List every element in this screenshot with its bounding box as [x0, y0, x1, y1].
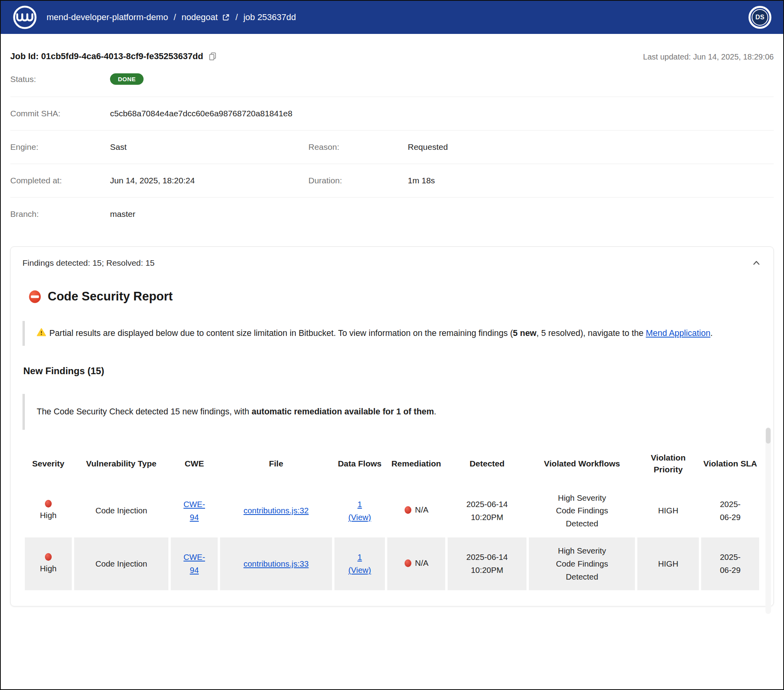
- table-scrollbar-track[interactable]: [765, 427, 771, 614]
- table-scrollbar-thumb[interactable]: [766, 428, 771, 444]
- note-text-pre: The Code Security Check detected 15 new …: [37, 407, 252, 416]
- job-details-section: Job Id: 01cb5fd9-4ca6-4013-8cf9-fe352536…: [1, 51, 783, 231]
- findings-table: Severity Vulnerability Type CWE File Dat…: [22, 446, 762, 591]
- table-header-row: Severity Vulnerability Type CWE File Dat…: [25, 446, 759, 485]
- status-label: Status:: [10, 75, 110, 84]
- col-cwe: CWE: [171, 446, 218, 485]
- file-link[interactable]: contributions.js:33: [243, 559, 308, 568]
- breadcrumb-job[interactable]: job 253637dd: [243, 12, 296, 22]
- col-detected: Detected: [448, 446, 526, 485]
- breadcrumb-project[interactable]: mend-developer-platform-demo: [47, 12, 168, 22]
- col-violation-sla: Violation SLA: [701, 446, 759, 485]
- cwe-link[interactable]: CWE-94: [183, 498, 205, 524]
- warning-text-mid: , 5 resolved), navigate to the: [536, 328, 646, 338]
- job-id-line: Job Id: 01cb5fd9-4ca6-4013-8cf9-fe352536…: [10, 51, 217, 62]
- breadcrumb-separator: /: [174, 12, 176, 22]
- warning-icon: [37, 328, 46, 337]
- warning-text-post: .: [710, 328, 713, 338]
- reason-value: Requested: [408, 142, 774, 152]
- remediation-cell: N/A: [404, 504, 428, 517]
- breadcrumb: mend-developer-platform-demo / nodegoat …: [47, 12, 296, 22]
- col-vulnerability-type: Vulnerability Type: [74, 446, 168, 485]
- report-body: Code Security Report Partial results are…: [11, 289, 773, 606]
- violated-workflows-cell: High Severity Code Findings Detected: [555, 545, 609, 583]
- warning-text-pre: Partial results are displayed below due …: [49, 328, 513, 338]
- commit-sha-label: Commit SHA:: [10, 109, 110, 118]
- red-circle-icon: [404, 559, 412, 567]
- breadcrumb-repo-label: nodegoat: [181, 12, 218, 22]
- data-flows-link[interactable]: 1 (View): [348, 551, 371, 577]
- copy-icon[interactable]: [208, 52, 217, 61]
- violation-sla-cell: 2025-06-29: [717, 498, 743, 524]
- branch-label: Branch:: [10, 209, 110, 219]
- breadcrumb-repo[interactable]: nodegoat: [181, 12, 230, 22]
- status-badge: DONE: [110, 73, 144, 85]
- detected-cell: 2025-06-14 10:20PM: [448, 537, 526, 590]
- commit-row: Commit SHA: c5cb68a7084e4ae7dcc60e6a9876…: [10, 97, 774, 130]
- violation-priority-cell: HIGH: [637, 537, 699, 590]
- engine-value: Sast: [110, 142, 308, 152]
- violation-priority-cell: HIGH: [637, 485, 699, 537]
- col-file: File: [220, 446, 332, 485]
- engine-label: Engine:: [10, 142, 110, 152]
- mend-logo-icon[interactable]: [13, 5, 37, 30]
- completed-at-value: Jun 14, 2025, 18:20:24: [110, 176, 308, 185]
- chevron-up-icon[interactable]: [751, 258, 762, 268]
- report-title: Code Security Report: [28, 289, 762, 304]
- breadcrumb-separator: /: [235, 12, 238, 22]
- warning-text-bold: 5 new: [513, 328, 537, 338]
- top-navbar: mend-developer-platform-demo / nodegoat …: [1, 1, 783, 34]
- vulnerability-type-cell: Code Injection: [74, 485, 168, 537]
- col-remediation: Remediation: [387, 446, 445, 485]
- col-severity: Severity: [25, 446, 72, 485]
- file-link[interactable]: contributions.js:32: [243, 506, 308, 515]
- status-row: Status: DONE: [10, 62, 774, 97]
- violated-workflows-cell: High Severity Code Findings Detected: [555, 492, 609, 530]
- col-violated-workflows: Violated Workflows: [529, 446, 635, 485]
- remediation-cell: N/A: [404, 557, 428, 570]
- red-circle-icon: [44, 500, 52, 508]
- note-text-bold: automatic remediation available for 1 of…: [252, 407, 434, 416]
- cwe-link[interactable]: CWE-94: [183, 551, 205, 577]
- severity-cell: High: [28, 553, 69, 575]
- data-flows-link[interactable]: 1 (View): [348, 498, 371, 524]
- no-entry-icon: [28, 290, 42, 304]
- engine-reason-row: Engine: Sast Reason: Requested: [10, 130, 774, 164]
- last-updated: Last updated: Jun 14, 2025, 18:29:06: [643, 52, 774, 62]
- completed-duration-row: Completed at: Jun 14, 2025, 18:20:24 Dur…: [10, 164, 774, 197]
- finding-row: High Code Injection CWE-94 contributions…: [25, 485, 759, 537]
- findings-note: The Code Security Check detected 15 new …: [22, 394, 762, 430]
- remediation-label: N/A: [415, 557, 428, 570]
- commit-sha-value: c5cb68a7084e4ae7dcc60e6a98768720a81841e8: [110, 109, 308, 118]
- mend-application-link[interactable]: Mend Application: [646, 328, 711, 338]
- job-id-text: Job Id: 01cb5fd9-4ca6-4013-8cf9-fe352536…: [10, 51, 203, 62]
- col-data-flows: Data Flows: [334, 446, 385, 485]
- red-circle-icon: [404, 506, 412, 514]
- severity-label: High: [40, 562, 56, 575]
- red-circle-icon: [44, 553, 52, 561]
- duration-value: 1m 18s: [408, 176, 774, 185]
- vulnerability-type-cell: Code Injection: [74, 537, 168, 590]
- user-avatar-initials: DS: [752, 9, 768, 26]
- external-link-icon[interactable]: [222, 13, 230, 22]
- reason-label: Reason:: [308, 142, 408, 152]
- findings-card: Findings detected: 15; Resolved: 15 Code…: [10, 246, 774, 606]
- note-text-post: .: [434, 407, 436, 416]
- branch-value: master: [110, 209, 308, 219]
- branch-row: Branch: master: [10, 197, 774, 231]
- col-violation-priority: Violation Priority: [637, 446, 699, 485]
- completed-at-label: Completed at:: [10, 176, 110, 185]
- violation-sla-cell: 2025-06-29: [717, 551, 743, 577]
- user-avatar[interactable]: DS: [749, 6, 771, 29]
- remediation-label: N/A: [415, 504, 428, 517]
- findings-table-wrap: Severity Vulnerability Type CWE File Dat…: [22, 446, 762, 591]
- new-findings-heading: New Findings (15): [23, 366, 762, 377]
- severity-cell: High: [28, 500, 69, 522]
- severity-label: High: [40, 509, 56, 522]
- partial-results-warning: Partial results are displayed below due …: [22, 321, 762, 346]
- detected-cell: 2025-06-14 10:20PM: [448, 485, 526, 537]
- duration-label: Duration:: [308, 176, 408, 185]
- report-title-text: Code Security Report: [48, 289, 173, 304]
- finding-row: High Code Injection CWE-94 contributions…: [25, 537, 759, 590]
- findings-summary: Findings detected: 15; Resolved: 15: [22, 258, 155, 268]
